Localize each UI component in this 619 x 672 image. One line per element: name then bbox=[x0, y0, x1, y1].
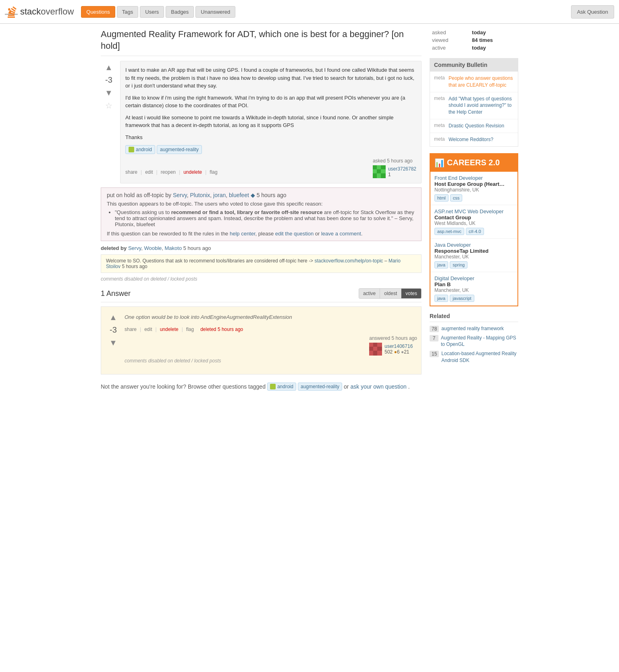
share-link[interactable]: share bbox=[125, 169, 137, 175]
tag-android[interactable]: android bbox=[125, 145, 155, 154]
svg-rect-20 bbox=[369, 343, 373, 347]
flag-link[interactable]: flag bbox=[210, 169, 217, 175]
edit-question-link[interactable]: edit the question bbox=[275, 231, 314, 237]
svg-rect-14 bbox=[377, 169, 381, 173]
job-tag-3-0[interactable]: java bbox=[434, 295, 448, 302]
answers-header: 1 Answer active oldest votes bbox=[101, 288, 422, 302]
tag-ar-label: augmented-reality bbox=[160, 147, 199, 152]
job-item-3: Digital Developer Plan B Manchester, UK … bbox=[430, 272, 517, 306]
on-hold-title: put on hold as off-topic by Servy, Pluto… bbox=[107, 192, 415, 198]
job-item-1: ASP.net MVC Web Developer Contact Group … bbox=[430, 205, 517, 239]
related-link-1[interactable]: Augmented Reality - Mapping GPS to OpenG… bbox=[441, 335, 518, 348]
job-tag-0-0[interactable]: html bbox=[434, 194, 449, 202]
svg-rect-1 bbox=[8, 17, 15, 18]
sort-active[interactable]: active bbox=[359, 289, 380, 298]
servy-link[interactable]: Servy bbox=[173, 192, 187, 198]
nav-users[interactable]: Users bbox=[140, 6, 164, 18]
tag-augmented-reality[interactable]: augmented-reality bbox=[157, 145, 202, 154]
bulletin-link-2[interactable]: Drastic Question Revision bbox=[449, 123, 504, 129]
job-title-3[interactable]: Digital Developer bbox=[434, 275, 513, 281]
sort-oldest[interactable]: oldest bbox=[380, 289, 401, 298]
ask-own-question-link[interactable]: ask your own question bbox=[350, 383, 406, 390]
job-title-1[interactable]: ASP.net MVC Web Developer bbox=[434, 208, 513, 214]
job-company-3: Plan B bbox=[434, 281, 513, 287]
related-link-0[interactable]: augmented reality framework bbox=[441, 325, 504, 332]
plutonix-link[interactable]: Plutonix bbox=[190, 192, 210, 198]
svg-rect-28 bbox=[377, 351, 382, 356]
question-para-3: At least i would like someone to point m… bbox=[125, 114, 416, 129]
undelete-link[interactable]: undelete bbox=[183, 169, 202, 175]
careers-chart-icon: 📊 bbox=[434, 158, 445, 168]
question-footer: share | edit | reopen | undelete | flag … bbox=[125, 158, 416, 178]
bulletin-type-3: meta bbox=[434, 136, 445, 143]
help-center-link[interactable]: help center bbox=[230, 231, 255, 237]
svg-rect-16 bbox=[373, 173, 377, 178]
reopen-link[interactable]: reopen bbox=[161, 169, 176, 175]
deleted-makoto-link[interactable]: Makoto bbox=[165, 245, 182, 251]
answer-flag-link[interactable]: flag bbox=[186, 327, 194, 332]
browse-section: Not the answer you're looking for? Brows… bbox=[101, 383, 422, 391]
meta-active-label: active bbox=[430, 44, 469, 52]
favorite-button[interactable]: ☆ bbox=[105, 101, 112, 110]
bulletin-link-0[interactable]: People who answer questions that are CLE… bbox=[449, 75, 514, 89]
job-title-0[interactable]: Front End Developer bbox=[434, 175, 513, 181]
question-para-4: Thanks bbox=[125, 133, 416, 141]
answer-share-link[interactable]: share bbox=[125, 327, 137, 332]
joran-link[interactable]: joran bbox=[213, 192, 226, 198]
nav-tags[interactable]: Tags bbox=[117, 6, 138, 18]
bulletin-link-1[interactable]: Add "What types of questions should I av… bbox=[449, 96, 514, 116]
leave-comment-link[interactable]: leave a comment bbox=[321, 231, 361, 237]
browse-middle: or bbox=[344, 383, 349, 390]
answer-undelete-link[interactable]: undelete bbox=[160, 327, 179, 332]
describe-problem-link[interactable]: describe the problem bbox=[244, 215, 293, 221]
answer-time: answered 5 hours ago bbox=[369, 335, 417, 341]
careers-title: CAREERS 2.0 bbox=[447, 158, 500, 167]
job-title-2[interactable]: Java Developer bbox=[434, 242, 513, 248]
nav-unanswered[interactable]: Unanswered bbox=[195, 6, 235, 18]
logo-icon bbox=[5, 3, 18, 20]
sort-votes[interactable]: votes bbox=[401, 289, 421, 298]
meta-active-value: today bbox=[469, 44, 518, 52]
vote-up-button[interactable]: ▲ bbox=[102, 61, 115, 74]
careers-header: 📊 CAREERS 2.0 bbox=[430, 154, 517, 172]
logo-text[interactable]: stackoverflow bbox=[20, 6, 74, 17]
related-box: Related 78 augmented reality framework 7… bbox=[430, 313, 518, 364]
bluefeet-link[interactable]: bluefeet bbox=[229, 192, 249, 198]
answer-vote-up-button[interactable]: ▲ bbox=[107, 311, 120, 324]
related-score-2: 15 bbox=[430, 351, 439, 357]
answer-vote-down-button[interactable]: ▼ bbox=[107, 336, 120, 349]
browse-prefix: Not the answer you're looking for? Brows… bbox=[101, 383, 266, 390]
question-user-name[interactable]: user3726782 bbox=[388, 166, 416, 172]
job-tag-1-1[interactable]: c#-4.0 bbox=[466, 228, 484, 235]
answer-edit-link[interactable]: edit bbox=[144, 327, 152, 332]
browse-tag-ar[interactable]: augmented-reality bbox=[298, 383, 342, 391]
deleted-wooble-link[interactable]: Wooble bbox=[144, 245, 162, 251]
question-user-card: asked 5 hours ago bbox=[373, 158, 416, 178]
job-tag-2-1[interactable]: spring bbox=[450, 261, 467, 268]
job-tag-3-1[interactable]: javascript bbox=[450, 295, 474, 302]
nav-badges[interactable]: Badges bbox=[166, 6, 194, 18]
browse-tag-android[interactable]: android bbox=[267, 383, 296, 391]
edit-link[interactable]: edit bbox=[145, 169, 153, 175]
android-tag-icon bbox=[270, 384, 276, 389]
ask-question-button[interactable]: Ask Question bbox=[571, 5, 614, 19]
vote-down-button[interactable]: ▼ bbox=[102, 86, 115, 99]
on-hold-text: put on hold as off-topic by bbox=[107, 192, 171, 198]
answer-user-card: answered 5 hours ago bbox=[369, 335, 417, 356]
job-tag-0-1[interactable]: css bbox=[450, 194, 463, 202]
meta-asked-value: today bbox=[469, 29, 518, 36]
related-item-0: 78 augmented reality framework bbox=[430, 325, 518, 332]
svg-rect-23 bbox=[369, 347, 373, 351]
related-link-2[interactable]: Location-based Augmented Reality Android… bbox=[441, 350, 518, 364]
bulletin-link-3[interactable]: Welcome Redditors? bbox=[449, 136, 493, 143]
deleted-servy-link[interactable]: Servy bbox=[128, 245, 141, 251]
job-tag-2-0[interactable]: java bbox=[434, 261, 448, 268]
vote-count: -3 bbox=[105, 75, 112, 85]
related-item-2: 15 Location-based Augmented Reality Andr… bbox=[430, 350, 518, 364]
diamond-icon: ◆ bbox=[251, 192, 255, 198]
job-tag-1-0[interactable]: asp.net-mvc bbox=[434, 228, 464, 235]
nav-questions[interactable]: Questions bbox=[81, 6, 115, 18]
answer-user-name[interactable]: user1406716 bbox=[384, 343, 413, 349]
answer-actions: share | edit | undelete | flag deleted 5… bbox=[125, 327, 417, 332]
comment-link[interactable]: stackoverflow.com/help/on-topic bbox=[314, 258, 383, 264]
